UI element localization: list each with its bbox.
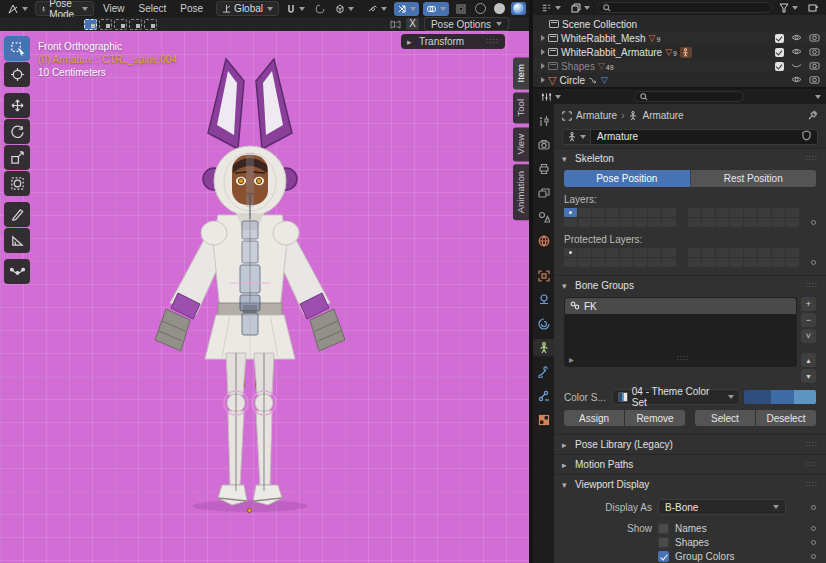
menu-pose[interactable]: Pose bbox=[175, 2, 208, 15]
viewport-canvas[interactable]: Front Orthographic (0) Armature : CTRL_s… bbox=[0, 31, 529, 563]
layer-cell[interactable] bbox=[620, 258, 633, 267]
list-grip[interactable]: ∷∷ bbox=[677, 354, 689, 365]
remove-button[interactable]: Remove bbox=[625, 410, 685, 426]
layer-cell[interactable] bbox=[620, 248, 633, 257]
layer-cell[interactable] bbox=[578, 208, 591, 217]
display-mode-dropdown[interactable] bbox=[568, 1, 593, 15]
tool-pose-breakdowner[interactable] bbox=[4, 259, 30, 284]
bone-groups-list[interactable]: FK ▸ ∷∷ bbox=[564, 297, 797, 367]
bone-group-specials-button[interactable]: ˅ bbox=[801, 329, 816, 343]
breadcrumb-object[interactable]: Armature bbox=[576, 110, 617, 121]
tool-transform[interactable] bbox=[4, 171, 30, 196]
outliner-row-shapes[interactable]: Shapes ▽ 49 bbox=[533, 59, 826, 73]
expand-arrow-icon[interactable] bbox=[541, 49, 545, 55]
decorator-dot[interactable] bbox=[811, 540, 816, 545]
panel-motion-paths-header[interactable]: ▸ Motion Paths ∷∷ bbox=[554, 455, 826, 474]
layer-cell[interactable] bbox=[606, 258, 619, 267]
layer-cell[interactable] bbox=[648, 218, 661, 227]
tab-bone-constraints[interactable] bbox=[533, 387, 554, 404]
layer-cell[interactable] bbox=[758, 248, 771, 257]
outliner-row-whiterabbit-armature[interactable]: WhiteRabbit_Armature ▽ 9 bbox=[533, 45, 826, 59]
tab-scene[interactable] bbox=[533, 208, 554, 225]
layer-cell[interactable] bbox=[772, 258, 785, 267]
layer-cell[interactable] bbox=[786, 208, 799, 217]
layer-cell[interactable] bbox=[634, 248, 647, 257]
menu-view[interactable]: View bbox=[98, 2, 130, 15]
tool-move[interactable] bbox=[4, 93, 30, 118]
camera-icon[interactable] bbox=[809, 75, 820, 86]
select-button[interactable]: Select bbox=[695, 410, 755, 426]
tab-constraints[interactable] bbox=[533, 291, 554, 308]
group-colors-checkbox[interactable] bbox=[658, 551, 669, 562]
shapes-checkbox[interactable] bbox=[658, 537, 669, 548]
layer-cell[interactable] bbox=[564, 248, 577, 257]
tool-cursor[interactable] bbox=[4, 62, 30, 87]
layer-cell[interactable] bbox=[702, 248, 715, 257]
orientation-dropdown[interactable]: Global bbox=[216, 1, 279, 16]
proportional-editing-toggle[interactable] bbox=[312, 2, 328, 16]
layer-cell[interactable] bbox=[744, 208, 757, 217]
outliner-row-scene-collection[interactable]: Scene Collection bbox=[533, 17, 826, 31]
eye-icon[interactable] bbox=[791, 75, 802, 86]
properties-editor-type-button[interactable] bbox=[538, 90, 564, 104]
tab-render[interactable] bbox=[533, 136, 554, 153]
layer-cell[interactable] bbox=[564, 258, 577, 267]
tab-texture[interactable] bbox=[533, 411, 554, 428]
layer-cell[interactable] bbox=[634, 258, 647, 267]
menu-select[interactable]: Select bbox=[134, 2, 172, 15]
tool-annotate[interactable] bbox=[4, 202, 30, 227]
layer-cell[interactable] bbox=[648, 258, 661, 267]
pose-position-button[interactable]: Pose Position bbox=[564, 170, 691, 187]
layer-cell[interactable] bbox=[772, 248, 785, 257]
layer-cell[interactable] bbox=[688, 258, 701, 267]
tab-tool[interactable] bbox=[533, 112, 554, 129]
layer-cell[interactable] bbox=[758, 208, 771, 217]
layer-cell[interactable] bbox=[592, 208, 605, 217]
panel-bone-groups-header[interactable]: ▾ Bone Groups ∷∷ bbox=[554, 276, 826, 295]
shading-wireframe[interactable] bbox=[473, 2, 488, 15]
layer-cell[interactable] bbox=[578, 258, 591, 267]
transform-panel-grip[interactable]: ∷∷ bbox=[487, 37, 499, 46]
tool-scale[interactable] bbox=[4, 145, 30, 170]
assign-button[interactable]: Assign bbox=[564, 410, 624, 426]
breadcrumb-data[interactable]: Armature bbox=[642, 110, 683, 121]
layer-cell[interactable] bbox=[688, 248, 701, 257]
tab-animation[interactable]: Animation bbox=[513, 164, 529, 220]
layer-cell[interactable] bbox=[688, 208, 701, 217]
remove-bone-group-button[interactable]: − bbox=[801, 313, 816, 327]
camera-icon[interactable] bbox=[809, 61, 820, 72]
layer-cell[interactable] bbox=[772, 208, 785, 217]
color-active[interactable] bbox=[794, 390, 816, 404]
tab-view[interactable]: View bbox=[513, 127, 529, 161]
overlays-toggle[interactable] bbox=[423, 2, 449, 16]
character-model[interactable] bbox=[140, 53, 360, 515]
layer-cell[interactable] bbox=[578, 218, 591, 227]
layer-cell[interactable] bbox=[716, 218, 729, 227]
color-normal[interactable] bbox=[744, 390, 771, 404]
layer-cell[interactable] bbox=[648, 208, 661, 217]
select-mode-new[interactable] bbox=[84, 19, 97, 30]
panel-grip[interactable]: ∷∷ bbox=[806, 480, 818, 489]
tool-measure[interactable] bbox=[4, 228, 30, 253]
expand-arrow-icon[interactable] bbox=[541, 35, 545, 41]
tab-view-layer[interactable] bbox=[533, 184, 554, 201]
layer-cell[interactable] bbox=[620, 218, 633, 227]
layer-cell[interactable] bbox=[564, 208, 577, 217]
checkbox-icon[interactable] bbox=[775, 62, 784, 71]
layer-cell[interactable] bbox=[758, 218, 771, 227]
datablock-type-dropdown[interactable] bbox=[562, 129, 590, 145]
tab-physics[interactable] bbox=[533, 315, 554, 332]
outliner-search[interactable] bbox=[597, 2, 772, 13]
outliner-row-circle[interactable]: ▽ Circle ▽ bbox=[533, 73, 826, 87]
camera-icon[interactable] bbox=[809, 33, 820, 44]
fake-user-shield-icon[interactable] bbox=[802, 130, 811, 143]
new-collection-button[interactable] bbox=[805, 1, 821, 15]
panel-skeleton-header[interactable]: ▾ Skeleton ∷∷ bbox=[554, 149, 826, 168]
shading-solid[interactable] bbox=[492, 2, 507, 15]
camera-icon[interactable] bbox=[809, 47, 820, 58]
layer-cell[interactable] bbox=[786, 258, 799, 267]
mode-dropdown[interactable]: Pose Mode bbox=[35, 1, 94, 16]
color-set-dropdown[interactable]: 04 - Theme Color Set bbox=[612, 389, 740, 405]
list-filter-toggle[interactable]: ▸ bbox=[569, 354, 574, 365]
layer-cell[interactable] bbox=[662, 258, 675, 267]
